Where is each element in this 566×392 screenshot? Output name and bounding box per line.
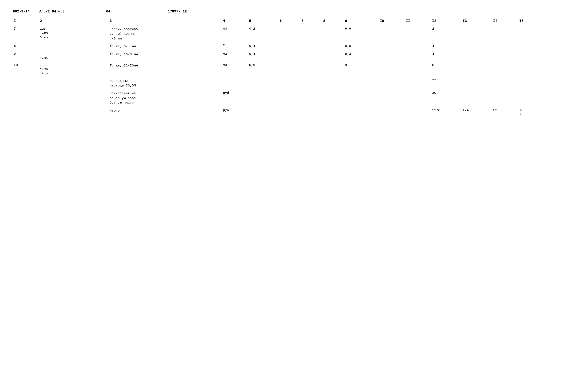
cell-row3-col2: –"– п.294 К=I,2 bbox=[39, 61, 109, 76]
cell-row5-col13 bbox=[462, 88, 492, 106]
cell-row5-col14 bbox=[492, 88, 518, 106]
cell-row6-col7 bbox=[301, 106, 322, 116]
cell-row6-col3: Итого bbox=[109, 106, 222, 116]
cell-row4-col9 bbox=[344, 76, 379, 89]
cell-row4-col14 bbox=[492, 76, 518, 89]
header: 902-9-I4 Ал.УI.84.ч.3 64 17897– 12 bbox=[13, 10, 553, 14]
cell-row1-col10 bbox=[379, 42, 405, 49]
cell-row0-col10 bbox=[379, 24, 405, 42]
col-header-5: 5 bbox=[248, 18, 279, 24]
cell-row2-col9: 9,3 bbox=[344, 50, 379, 61]
cell-row5-col1 bbox=[13, 88, 39, 106]
cell-row1-col13 bbox=[462, 42, 492, 49]
col-header-11: II bbox=[405, 18, 431, 24]
cell-row2-col12: 4 bbox=[431, 50, 462, 61]
cell-row3-col14 bbox=[492, 61, 518, 76]
cell-row4-col11 bbox=[405, 76, 431, 89]
cell-row5-col5 bbox=[248, 88, 279, 106]
col-header-10: IO bbox=[379, 18, 405, 24]
header-ref: Ал.УI.84.ч.3 bbox=[39, 10, 65, 14]
cell-row3-col4: м3 bbox=[222, 61, 248, 76]
cell-row1-col15 bbox=[518, 42, 553, 49]
cell-row2-col8 bbox=[322, 50, 344, 61]
cell-row1-col12: 4 bbox=[431, 42, 462, 49]
table-row: 8–"–То же, 8-4 мм"0,49,64 bbox=[13, 42, 553, 49]
cell-row3-col7 bbox=[301, 61, 322, 76]
cell-row4-col12: II bbox=[431, 76, 462, 89]
cell-row2-col15 bbox=[518, 50, 553, 61]
cell-row6-col2 bbox=[39, 106, 109, 116]
cell-row2-col2: –"– п.292 bbox=[39, 50, 109, 61]
cell-row5-col10 bbox=[379, 88, 405, 106]
col-header-2: 2 bbox=[39, 18, 109, 24]
cell-row2-col10 bbox=[379, 50, 405, 61]
col-header-14: I4 bbox=[492, 18, 518, 24]
cell-row0-col15 bbox=[518, 24, 553, 42]
cell-row0-col3: Гравий сортиро- вочный крупн. 4-3 мм bbox=[109, 24, 222, 42]
cell-row2-col5: 0,4 bbox=[248, 50, 279, 61]
cell-row4-col8 bbox=[322, 76, 344, 89]
cell-row1-col8 bbox=[322, 42, 344, 49]
cell-row3-col13 bbox=[462, 61, 492, 76]
cell-row4-col10 bbox=[379, 76, 405, 89]
cell-row1-col2: –"– bbox=[39, 42, 109, 49]
cell-row2-col14 bbox=[492, 50, 518, 61]
cell-row4-col5 bbox=[248, 76, 279, 89]
col-header-1: I bbox=[13, 18, 39, 24]
table-body: 7ЦСЦ п.29I К=I,2Гравий сортиро- вочный к… bbox=[13, 24, 553, 117]
table-row: 9–"– п.292То же, I6-8 ммм30,49,34 bbox=[13, 50, 553, 61]
cell-row3-col15 bbox=[518, 61, 553, 76]
cell-row2-col1: 9 bbox=[13, 50, 39, 61]
cell-row2-col13 bbox=[462, 50, 492, 61]
cell-row6-col5 bbox=[248, 106, 279, 116]
cell-row6-col11 bbox=[405, 106, 431, 116]
table-row: IO–"– п.294 К=I,2То же, 32-I6ммм30,998 bbox=[13, 61, 553, 76]
header-id: 17897– 12 bbox=[168, 10, 187, 14]
cell-row5-col7 bbox=[301, 88, 322, 106]
cell-row3-col8 bbox=[322, 61, 344, 76]
cell-row3-col5: 0,9 bbox=[248, 61, 279, 76]
cell-row6-col14: 52 bbox=[492, 106, 518, 116]
main-table: I 2 3 4 5 6 7 8 9 IO II I2 I3 I4 I5 7ЦСЦ… bbox=[13, 18, 553, 117]
cell-row6-col15: I88 bbox=[518, 106, 553, 116]
cell-row4-col7 bbox=[301, 76, 322, 89]
table-row: Накладные расходы I6,5%II bbox=[13, 76, 553, 89]
cell-row5-col12: 30 bbox=[431, 88, 462, 106]
header-divider bbox=[13, 17, 553, 17]
cell-row0-col4: м3 bbox=[222, 24, 248, 42]
table-row: Итогоруб2273I7452I88 bbox=[13, 106, 553, 116]
fraction-value: I88 bbox=[519, 108, 523, 116]
table-header: I 2 3 4 5 6 7 8 9 IO II I2 I3 I4 I5 bbox=[13, 18, 553, 24]
cell-row0-col11 bbox=[405, 24, 431, 42]
table-row: 7ЦСЦ п.29I К=I,2Гравий сортиро- вочный к… bbox=[13, 24, 553, 42]
cell-row0-col6 bbox=[279, 24, 300, 42]
cell-row4-col4 bbox=[222, 76, 248, 89]
cell-row1-col5: 0,4 bbox=[248, 42, 279, 49]
cell-row4-col1 bbox=[13, 76, 39, 89]
cell-row0-col13 bbox=[462, 24, 492, 42]
cell-row4-col15 bbox=[518, 76, 553, 89]
cell-row3-col10 bbox=[379, 61, 405, 76]
col-header-13: I3 bbox=[462, 18, 492, 24]
cell-row6-col10 bbox=[379, 106, 405, 116]
cell-row3-col1: IO bbox=[13, 61, 39, 76]
col-header-3: 3 bbox=[109, 18, 222, 24]
cell-row3-col6 bbox=[279, 61, 300, 76]
cell-row4-col13 bbox=[462, 76, 492, 89]
col-header-8: 8 bbox=[322, 18, 344, 24]
col-header-9: 9 bbox=[344, 18, 379, 24]
cell-row5-col2 bbox=[39, 88, 109, 106]
cell-row5-col15 bbox=[518, 88, 553, 106]
cell-row3-col3: То же, 32-I6мм bbox=[109, 61, 222, 76]
cell-row2-col7 bbox=[301, 50, 322, 61]
cell-row6-col13: I74 bbox=[462, 106, 492, 116]
header-num: 64 bbox=[106, 10, 110, 14]
cell-row0-col12: 2 bbox=[431, 24, 462, 42]
cell-row2-col6 bbox=[279, 50, 300, 61]
header-doc: 902-9-I4 bbox=[13, 10, 30, 14]
cell-row5-col9 bbox=[344, 88, 379, 106]
cell-row3-col12: 8 bbox=[431, 61, 462, 76]
cell-row5-col3: Начисления на основную зара- ботную плат… bbox=[109, 88, 222, 106]
col-header-15: I5 bbox=[518, 18, 553, 24]
cell-row6-col9 bbox=[344, 106, 379, 116]
